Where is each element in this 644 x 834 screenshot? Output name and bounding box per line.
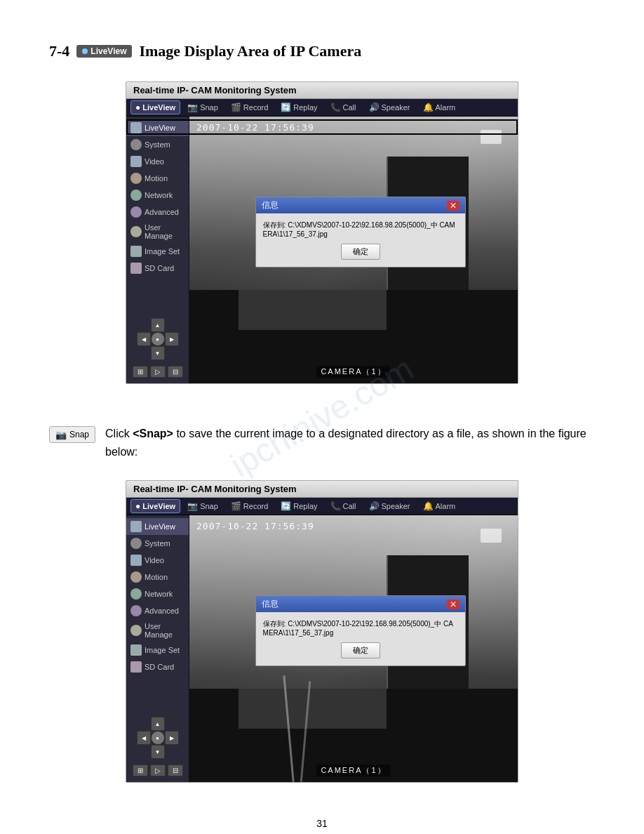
toolbar-record[interactable]: 🎬 Record bbox=[225, 101, 274, 114]
badge-label: LiveView bbox=[90, 46, 126, 56]
sidebar-advanced[interactable]: Advanced bbox=[126, 204, 189, 220]
liveview-badge: LiveView bbox=[76, 45, 132, 58]
dialog-titlebar-2: 信息 ✕ bbox=[256, 596, 465, 612]
desc-snap-strong: <Snap> bbox=[133, 428, 173, 439]
dpad-right[interactable]: ▶ bbox=[165, 332, 179, 346]
dialog-2: 信息 ✕ 保存到: C:\XDMVS\2007-10-22\192.168.98… bbox=[255, 595, 466, 666]
sidebar-usermanage[interactable]: User Manage bbox=[126, 220, 189, 243]
toolbar-snap[interactable]: 📷 Snap bbox=[182, 101, 224, 114]
sidebar2-liveview[interactable]: LiveView bbox=[126, 518, 189, 535]
dialog-ok-btn-1[interactable]: 确定 bbox=[341, 244, 380, 260]
dpad2-left[interactable]: ◀ bbox=[137, 731, 151, 745]
app-titlebar-1: Real-time IP- CAM Monitoring System bbox=[126, 82, 518, 99]
sidebar2-usermanage[interactable]: User Manage bbox=[126, 619, 189, 642]
dpad2-right[interactable]: ▶ bbox=[165, 731, 179, 745]
sidebar-network[interactable]: Network bbox=[126, 187, 189, 204]
dpad-1[interactable]: ▲ ◀ ● ▶ ▼ bbox=[137, 318, 179, 360]
app-layout-2: LiveView System Video Motion bbox=[126, 515, 518, 782]
sidebar-2: LiveView System Video Motion bbox=[126, 515, 189, 782]
toolbar-record-2[interactable]: 🎬 Record bbox=[225, 500, 274, 512]
ctrl-btn-2[interactable]: ▷ bbox=[150, 366, 166, 378]
section-number: 7-4 bbox=[49, 42, 69, 60]
ctrl2-btn-3[interactable]: ⊟ bbox=[168, 764, 183, 776]
page-number: 31 bbox=[49, 818, 595, 829]
camera-view-1: 2007-10-22 17:56:39 CAMERA（1） 信息 ✕ 保存到: … bbox=[189, 117, 518, 383]
sidebar-imageset[interactable]: Image Set bbox=[126, 243, 189, 260]
sidebar2-network[interactable]: Network bbox=[126, 585, 189, 602]
system-icon-2 bbox=[130, 538, 142, 549]
dialog-path-1: 保存到: C:\XDMVS\2007-10-22\92.168.98.205(5… bbox=[263, 220, 458, 238]
dpad-2[interactable]: ▲ ◀ ● ▶ ▼ bbox=[137, 717, 179, 759]
sidebar-motion[interactable]: Motion bbox=[126, 170, 189, 187]
toolbar-replay[interactable]: 🔄 Replay bbox=[275, 101, 323, 114]
app-title-2: Real-time IP- CAM Monitoring System bbox=[133, 484, 297, 494]
dialog-title-1: 信息 bbox=[262, 199, 279, 211]
toolbar-snap-2[interactable]: 📷 Snap bbox=[182, 500, 224, 512]
liveview-icon-2 bbox=[130, 521, 142, 532]
sidebar2-motion[interactable]: Motion bbox=[126, 569, 189, 585]
motion-icon bbox=[130, 173, 142, 184]
dialog-ok-btn-2[interactable]: 确定 bbox=[341, 642, 380, 658]
app-toolbar-2[interactable]: ● LiveView 📷 Snap 🎬 Record 🔄 Replay 📞 bbox=[126, 498, 518, 515]
toolbar-call-2[interactable]: 📞 Call bbox=[325, 500, 362, 512]
dialog-body-1: 保存到: C:\XDMVS\2007-10-22\92.168.98.205(5… bbox=[256, 213, 465, 267]
advanced-icon bbox=[130, 206, 142, 218]
dpad2-up[interactable]: ▲ bbox=[151, 717, 165, 731]
section-title: Image Display Area of IP Camera bbox=[139, 42, 361, 60]
motion-icon-2 bbox=[130, 571, 142, 583]
dialog-title-2: 信息 bbox=[262, 598, 279, 610]
toolbar-liveview-active-2[interactable]: ● LiveView bbox=[130, 499, 180, 513]
sidebar-sdcard[interactable]: SD Card bbox=[126, 260, 189, 277]
sidebar-system[interactable]: System bbox=[126, 136, 189, 153]
timestamp-1: 2007-10-22 17:56:39 bbox=[196, 122, 314, 133]
camera-label-2: CAMERA（1） bbox=[316, 764, 390, 776]
timestamp-2: 2007-10-22 17:56:39 bbox=[196, 521, 314, 531]
snap-label-box: 📷 Snap bbox=[49, 426, 95, 443]
sidebar-video[interactable]: Video bbox=[126, 153, 189, 170]
toolbar-alarm[interactable]: 🔔 Alarm bbox=[417, 101, 462, 114]
sidebar-1: LiveView System Video Motion bbox=[126, 117, 189, 383]
video-icon-2 bbox=[130, 555, 142, 566]
dialog-1: 信息 ✕ 保存到: C:\XDMVS\2007-10-22\92.168.98.… bbox=[255, 197, 466, 267]
dpad2-center[interactable]: ● bbox=[151, 731, 165, 745]
dpad-up[interactable]: ▲ bbox=[151, 318, 165, 332]
sidebar2-sdcard[interactable]: SD Card bbox=[126, 658, 189, 675]
toolbar-alarm-2[interactable]: 🔔 Alarm bbox=[417, 500, 462, 512]
toolbar-call[interactable]: 📞 Call bbox=[325, 101, 362, 114]
ctrl-btn-1[interactable]: ⊞ bbox=[133, 366, 148, 378]
desc-text-rest: to save the current image to a designate… bbox=[105, 428, 586, 458]
app-toolbar-1[interactable]: ● LiveView 📷 Snap 🎬 Record 🔄 Replay bbox=[126, 99, 518, 117]
ctrl-btn-3[interactable]: ⊟ bbox=[168, 366, 183, 378]
toolbar-speaker-2[interactable]: 🔊 Speaker bbox=[363, 500, 416, 512]
sidebar-liveview[interactable]: LiveView bbox=[126, 119, 189, 136]
toolbar-liveview-active[interactable]: ● LiveView bbox=[130, 100, 180, 114]
dpad-down[interactable]: ▼ bbox=[151, 346, 165, 360]
badge-dot bbox=[82, 48, 88, 54]
dialog-btn-row-1: 确定 bbox=[263, 244, 458, 260]
sidebar2-system[interactable]: System bbox=[126, 535, 189, 552]
dpad-center[interactable]: ● bbox=[151, 332, 165, 346]
advanced-icon-2 bbox=[130, 605, 142, 616]
imageset-icon bbox=[130, 246, 142, 257]
sidebar2-imageset[interactable]: Image Set bbox=[126, 642, 189, 658]
dialog-close-1[interactable]: ✕ bbox=[447, 201, 459, 211]
toolbar-speaker[interactable]: 🔊 Speaker bbox=[363, 101, 416, 114]
sidebar2-advanced[interactable]: Advanced bbox=[126, 602, 189, 619]
description-text: Click <Snap> to save the current image t… bbox=[105, 425, 595, 461]
dpad2-down[interactable]: ▼ bbox=[151, 745, 165, 759]
dialog-titlebar-1: 信息 ✕ bbox=[256, 197, 465, 213]
user-icon bbox=[130, 226, 142, 237]
controls-area-1: ▲ ◀ ● ▶ ▼ ⊞ ▷ ⊟ bbox=[126, 312, 189, 383]
sidebar2-video[interactable]: Video bbox=[126, 552, 189, 569]
toolbar-replay-2[interactable]: 🔄 Replay bbox=[275, 500, 323, 512]
dialog-close-2[interactable]: ✕ bbox=[447, 600, 459, 609]
desc-text-click: Click bbox=[105, 428, 133, 439]
dialog-path-2: 保存到: C:\XDMVS\2007-10-22\192.168.98.205(… bbox=[263, 619, 458, 637]
screenshot-1: Real-time IP- CAM Monitoring System ● Li… bbox=[126, 81, 518, 384]
ctrl2-btn-1[interactable]: ⊞ bbox=[133, 764, 148, 776]
camera-view-2: 2007-10-22 17:56:39 CAMERA（1） 信息 ✕ 保存到: … bbox=[189, 515, 518, 782]
page: 7-4 LiveView Image Display Area of IP Ca… bbox=[0, 0, 644, 834]
ctrl2-btn-2[interactable]: ▷ bbox=[150, 764, 166, 776]
dpad-left[interactable]: ◀ bbox=[137, 332, 151, 346]
app-layout-1: LiveView System Video Motion bbox=[126, 117, 518, 383]
